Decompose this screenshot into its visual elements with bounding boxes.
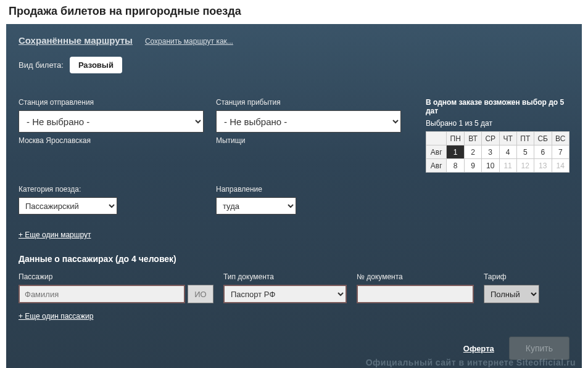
calendar-day[interactable]: 8 xyxy=(447,159,465,173)
stations-row: Станция отправления - Не выбрано - Москв… xyxy=(19,98,569,173)
arrival-label: Станция прибытия xyxy=(216,98,401,107)
surname-input[interactable] xyxy=(19,285,185,303)
tariff-column: Тариф Полный xyxy=(484,272,539,303)
departure-hint[interactable]: Москва Ярославская xyxy=(19,136,204,145)
tariff-label: Тариф xyxy=(484,272,539,281)
calendar-day[interactable]: 3 xyxy=(481,145,499,159)
doc-type-column: Тип документа Паспорт РФ xyxy=(223,272,347,303)
ticket-type-label: Вид билета: xyxy=(19,60,64,70)
calendar-dow: ВС xyxy=(552,132,569,145)
ticket-type-button[interactable]: Разовый xyxy=(70,57,122,73)
saved-routes-link[interactable]: Сохранённые маршруты xyxy=(19,35,133,46)
calendar-column: В одном заказе возможен выбор до 5 дат В… xyxy=(426,98,569,173)
departure-select[interactable]: - Не выбрано - xyxy=(19,110,204,133)
doc-type-label: Тип документа xyxy=(223,272,347,281)
calendar-selected-count: Выбрано 1 из 5 дат xyxy=(426,119,569,128)
doc-number-input[interactable] xyxy=(357,285,474,303)
calendar-header-row: ПН ВТ СР ЧТ ПТ СБ ВС xyxy=(426,132,569,145)
calendar-dow: ВТ xyxy=(465,132,482,145)
top-links: Сохранённые маршруты Сохранить маршрут к… xyxy=(19,35,569,46)
calendar-day[interactable]: 1 xyxy=(447,145,465,159)
calendar-info: В одном заказе возможен выбор до 5 дат xyxy=(426,98,569,115)
calendar-table: ПН ВТ СР ЧТ ПТ СБ ВС Авг 1 2 3 4 5 6 7 xyxy=(426,131,569,173)
calendar-dow: ПН xyxy=(447,132,465,145)
calendar-day[interactable]: 7 xyxy=(552,145,569,159)
doc-type-select[interactable]: Паспорт РФ xyxy=(223,285,347,303)
arrival-select[interactable]: - Не выбрано - xyxy=(216,110,401,133)
calendar-day[interactable]: 5 xyxy=(516,145,534,159)
category-select[interactable]: Пассажирский xyxy=(19,197,117,215)
calendar-dow: СБ xyxy=(534,132,552,145)
calendar-dow: ЧТ xyxy=(499,132,516,145)
passenger-label: Пассажир xyxy=(19,272,213,281)
category-column: Категория поезда: Пассажирский xyxy=(19,185,204,215)
departure-label: Станция отправления xyxy=(19,98,204,107)
calendar-dow: СР xyxy=(481,132,499,145)
calendar-day[interactable]: 2 xyxy=(465,145,482,159)
calendar-day[interactable]: 12 xyxy=(516,159,534,173)
calendar-day[interactable]: 6 xyxy=(534,145,552,159)
footer-row: Оферта Купить xyxy=(19,337,569,360)
calendar-day[interactable]: 9 xyxy=(465,159,482,173)
buy-button[interactable]: Купить xyxy=(509,337,569,360)
save-route-as-link[interactable]: Сохранить маршрут как... xyxy=(145,37,233,46)
initials-input[interactable] xyxy=(188,285,213,303)
direction-label: Направление xyxy=(216,185,401,194)
arrival-hint[interactable]: Мытищи xyxy=(216,136,401,145)
calendar-row: Авг 1 2 3 4 5 6 7 xyxy=(426,145,569,159)
tariff-select[interactable]: Полный xyxy=(484,285,539,303)
passenger-row: Пассажир Тип документа Паспорт РФ № доку… xyxy=(19,272,569,303)
calendar-day[interactable]: 4 xyxy=(499,145,516,159)
calendar-day[interactable]: 13 xyxy=(534,159,552,173)
add-route-link[interactable]: + Еще один маршрут xyxy=(19,231,91,239)
arrival-column: Станция прибытия - Не выбрано - Мытищи xyxy=(216,98,401,173)
main-panel: Сохранённые маршруты Сохранить маршрут к… xyxy=(6,24,582,368)
doc-number-label: № документа xyxy=(357,272,474,281)
category-row: Категория поезда: Пассажирский Направлен… xyxy=(19,185,569,215)
add-passenger-link[interactable]: + Еще один пассажир xyxy=(19,312,93,321)
departure-column: Станция отправления - Не выбрано - Москв… xyxy=(19,98,204,173)
calendar-day[interactable]: 10 xyxy=(481,159,499,173)
calendar-day[interactable]: 11 xyxy=(499,159,516,173)
calendar-month-cell: Авг xyxy=(426,145,447,159)
direction-select[interactable]: туда xyxy=(216,197,296,215)
category-label: Категория поезда: xyxy=(19,185,204,194)
direction-column: Направление туда xyxy=(216,185,401,215)
passengers-title: Данные о пассажирах (до 4 человек) xyxy=(19,254,569,264)
doc-number-column: № документа xyxy=(357,272,474,303)
page-title: Продажа билетов на пригородные поезда xyxy=(0,0,588,24)
calendar-day[interactable]: 14 xyxy=(552,159,569,173)
calendar-dow: ПТ xyxy=(516,132,534,145)
calendar-month-cell: Авг xyxy=(426,159,447,173)
calendar-row: Авг 8 9 10 11 12 13 14 xyxy=(426,159,569,173)
ticket-type-row: Вид билета: Разовый xyxy=(19,57,569,73)
calendar-blank-header xyxy=(426,132,447,145)
passenger-name-column: Пассажир xyxy=(19,272,213,303)
offer-link[interactable]: Оферта xyxy=(463,344,494,353)
